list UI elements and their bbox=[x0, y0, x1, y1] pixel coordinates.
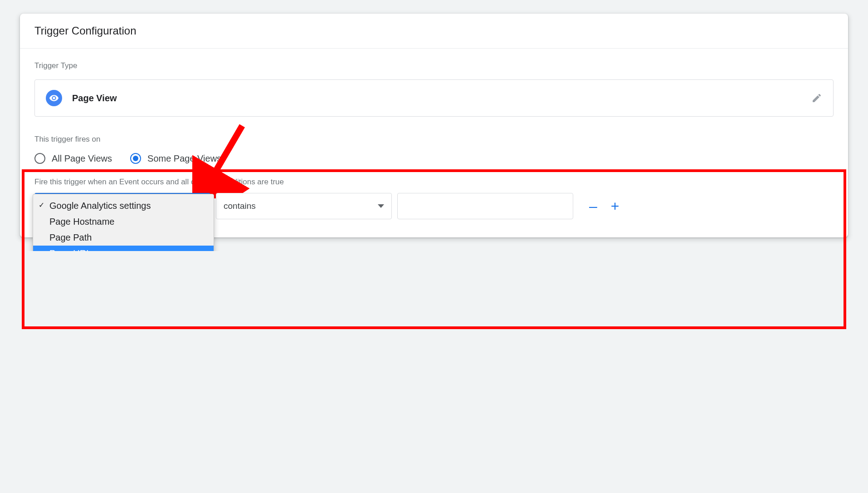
card-body: Trigger Type Page View This trigger fi bbox=[20, 49, 848, 237]
radio-row: All Page Views Some Page Views bbox=[34, 153, 834, 164]
remove-condition-button[interactable]: – bbox=[587, 199, 600, 213]
trigger-config-card: Trigger Configuration Trigger Type Page … bbox=[20, 14, 848, 237]
variable-dropdown-menu: Google Analytics settings Page Hostname … bbox=[33, 194, 214, 251]
radio-label-some: Some Page Views bbox=[147, 153, 221, 164]
eye-icon bbox=[46, 90, 62, 106]
radio-all-page-views[interactable]: All Page Views bbox=[34, 153, 112, 164]
row-actions: – + bbox=[587, 199, 621, 213]
radio-circle-unselected bbox=[34, 153, 45, 164]
condition-value-input[interactable] bbox=[397, 193, 573, 219]
conditions-label: Fire this trigger when an Event occurs a… bbox=[34, 177, 834, 187]
radio-label-all: All Page Views bbox=[52, 153, 112, 164]
operator-select[interactable]: contains bbox=[216, 193, 392, 219]
conditions-row: Google Analytics settings Page Hostname … bbox=[34, 193, 834, 219]
dropdown-item-ga-settings[interactable]: Google Analytics settings bbox=[33, 198, 214, 214]
fires-on-label: This trigger fires on bbox=[34, 135, 834, 144]
card-header: Trigger Configuration bbox=[20, 14, 848, 49]
trigger-type-label: Trigger Type bbox=[34, 61, 834, 70]
chevron-down-icon bbox=[378, 204, 384, 208]
card-title: Trigger Configuration bbox=[34, 25, 834, 37]
radio-circle-selected bbox=[130, 153, 141, 164]
dropdown-item-page-path[interactable]: Page Path bbox=[33, 230, 214, 246]
edit-icon[interactable] bbox=[811, 93, 822, 104]
fires-on-section: This trigger fires on All Page Views Som… bbox=[34, 135, 834, 164]
radio-some-page-views[interactable]: Some Page Views bbox=[130, 153, 221, 164]
add-condition-button[interactable]: + bbox=[609, 199, 621, 213]
trigger-type-box[interactable]: Page View bbox=[34, 79, 834, 117]
dropdown-item-page-url[interactable]: Page URL bbox=[33, 246, 214, 251]
operator-value: contains bbox=[224, 201, 256, 211]
trigger-type-value: Page View bbox=[72, 93, 117, 104]
dropdown-item-page-hostname[interactable]: Page Hostname bbox=[33, 214, 214, 230]
variable-select[interactable]: Google Analytics settings Page Hostname … bbox=[34, 193, 210, 219]
